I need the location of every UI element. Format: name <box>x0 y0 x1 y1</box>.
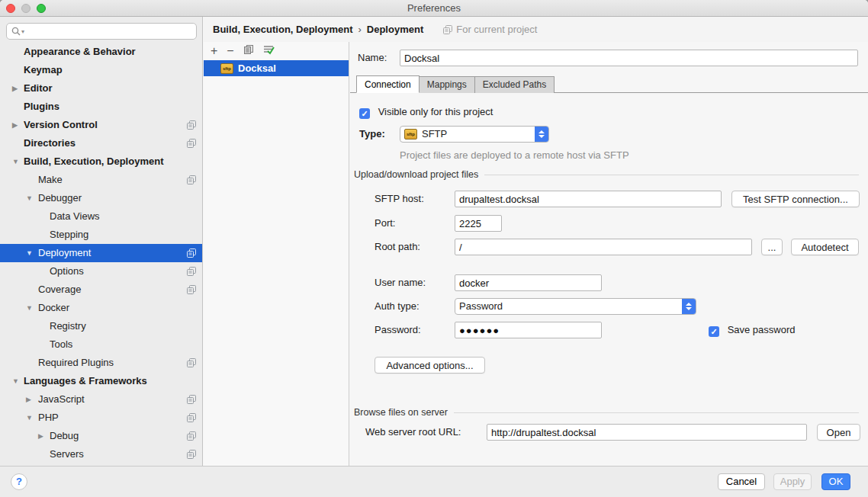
share-to-project-icon <box>187 413 196 422</box>
sftp-host-input[interactable] <box>455 191 722 207</box>
open-url-button[interactable]: Open <box>817 424 860 441</box>
sidebar-item-make[interactable]: Make <box>0 171 202 189</box>
deployment-form: Name: ConnectionMappingsExcluded Paths ✓… <box>350 42 868 466</box>
sidebar-item-debugger[interactable]: ▼Debugger <box>0 189 202 207</box>
sidebar-item-version-control[interactable]: ▶Version Control <box>0 116 202 134</box>
sidebar-item-data-views[interactable]: Data Views <box>0 207 202 226</box>
chevron-down-icon[interactable]: ▼ <box>12 372 19 390</box>
auth-type-label: Auth type: <box>375 298 420 315</box>
breadcrumb-current: Deployment <box>367 24 423 35</box>
sidebar-item-tools[interactable]: Tools <box>0 335 202 354</box>
web-root-label: Web server root URL: <box>365 424 461 441</box>
share-to-project-icon <box>187 248 196 258</box>
cancel-button[interactable]: Cancel <box>718 473 765 490</box>
search-icon <box>11 27 21 36</box>
sidebar-item-docker[interactable]: ▼Docker <box>0 299 202 317</box>
sidebar-item-directories[interactable]: Directories <box>0 134 202 152</box>
server-name-label: Docksal <box>238 63 276 74</box>
sidebar-item-label: Make <box>38 171 63 189</box>
tab-excluded-paths[interactable]: Excluded Paths <box>475 76 555 93</box>
sidebar-item-label: Coverage <box>38 281 81 299</box>
sidebar-item-servers[interactable]: Servers <box>0 445 202 463</box>
sidebar-item-keymap[interactable]: Keymap <box>0 61 202 79</box>
add-server-button[interactable]: + <box>211 43 217 59</box>
save-password-checkbox[interactable]: ✓ <box>709 326 719 337</box>
chevron-down-icon[interactable]: ▼ <box>26 244 33 262</box>
chevron-down-icon[interactable]: ▼ <box>26 299 33 317</box>
remove-server-button[interactable]: − <box>227 43 233 59</box>
visible-only-checkbox-row[interactable]: ✓ Visible only for this project <box>359 104 493 120</box>
browse-root-path-button[interactable]: ... <box>761 239 783 255</box>
sidebar-item-php[interactable]: ▼PHP <box>0 409 202 427</box>
sidebar-item-debug[interactable]: ▶Debug <box>0 427 202 445</box>
search-input[interactable] <box>27 26 191 37</box>
sidebar-item-deployment[interactable]: ▼Deployment <box>0 244 202 262</box>
user-name-input[interactable] <box>455 274 602 291</box>
sidebar-item-options[interactable]: Options <box>0 262 202 281</box>
chevron-right-icon[interactable]: ▶ <box>12 79 18 98</box>
web-root-input[interactable] <box>487 424 807 441</box>
name-label: Name: <box>358 50 387 66</box>
type-select[interactable]: sftp SFTP <box>400 126 549 143</box>
sidebar-item-required-plugins[interactable]: Required Plugins <box>0 354 202 372</box>
chevron-down-icon[interactable]: ▼ <box>26 409 33 427</box>
sftp-host-label: SFTP host: <box>375 191 424 207</box>
sidebar-item-label: Build, Execution, Deployment <box>24 152 163 171</box>
sidebar-item-stepping[interactable]: Stepping <box>0 226 202 244</box>
scope-indicator: For current project <box>443 24 537 35</box>
save-password-checkbox-row[interactable]: ✓ Save password <box>709 322 796 338</box>
breadcrumb-parent[interactable]: Build, Execution, Deployment <box>213 24 352 35</box>
title-bar: Preferences <box>0 0 868 17</box>
port-label: Port: <box>375 215 395 232</box>
sidebar-item-label: Stepping <box>50 226 88 244</box>
chevron-right-icon[interactable]: ▶ <box>26 390 31 409</box>
share-to-project-icon <box>187 175 196 184</box>
preferences-window: Preferences ▾ Appearance & BehaviorKeyma… <box>0 0 868 497</box>
autodetect-button[interactable]: Autodetect <box>791 239 859 255</box>
password-label: Password: <box>375 322 421 338</box>
chevron-right-icon[interactable]: ▶ <box>12 116 18 134</box>
sidebar-item-label: Keymap <box>24 61 63 79</box>
sidebar-item-appearance-behavior[interactable]: Appearance & Behavior <box>0 43 202 61</box>
name-input[interactable] <box>400 50 858 66</box>
use-as-default-button[interactable] <box>263 43 275 59</box>
ok-button[interactable]: OK <box>821 473 850 490</box>
test-sftp-connection-button[interactable]: Test SFTP connection... <box>731 191 860 207</box>
sidebar-item-label: Version Control <box>24 116 98 134</box>
browse-section-title: Browse files on server <box>354 407 448 418</box>
server-list-item-docksal[interactable]: sftpDocksal <box>204 60 349 76</box>
auth-type-select[interactable]: Password <box>455 298 696 315</box>
search-options-caret-icon[interactable]: ▾ <box>21 28 24 35</box>
settings-tree: Appearance & BehaviorKeymap▶EditorPlugin… <box>0 43 202 466</box>
sidebar-item-registry[interactable]: Registry <box>0 317 202 335</box>
type-hint: Project files are deployed to a remote h… <box>400 149 629 161</box>
sidebar-item-label: Appearance & Behavior <box>24 43 136 61</box>
section-divider <box>484 175 859 175</box>
chevron-down-icon[interactable]: ▼ <box>26 189 33 207</box>
sidebar-item-label: Registry <box>50 317 86 335</box>
chevron-right-icon[interactable]: ▶ <box>38 427 43 445</box>
sidebar-item-javascript[interactable]: ▶JavaScript <box>0 390 202 409</box>
sidebar-item-languages-frameworks[interactable]: ▼Languages & Frameworks <box>0 372 202 390</box>
sidebar-item-plugins[interactable]: Plugins <box>0 98 202 116</box>
root-path-input[interactable] <box>455 239 752 255</box>
help-button[interactable]: ? <box>11 473 27 490</box>
sidebar-item-label: Servers <box>50 445 84 463</box>
visible-only-checkbox[interactable]: ✓ <box>359 108 370 119</box>
copy-server-button[interactable] <box>243 43 254 59</box>
sidebar-item-label: Docker <box>38 299 69 317</box>
tab-mappings[interactable]: Mappings <box>420 76 475 93</box>
share-to-project-icon <box>187 358 196 367</box>
port-input[interactable] <box>455 215 502 232</box>
sidebar-item-build-execution-deployment[interactable]: ▼Build, Execution, Deployment <box>0 152 202 171</box>
sidebar-item-label: PHP <box>38 409 59 427</box>
sidebar-item-editor[interactable]: ▶Editor <box>0 79 202 98</box>
advanced-options-button[interactable]: Advanced options... <box>375 357 485 374</box>
settings-search-field[interactable]: ▾ <box>6 23 197 40</box>
breadcrumb-separator: › <box>358 24 361 35</box>
sidebar-item-coverage[interactable]: Coverage <box>0 281 202 299</box>
tab-connection[interactable]: Connection <box>356 75 420 93</box>
chevron-down-icon[interactable]: ▼ <box>12 152 19 171</box>
password-input[interactable] <box>455 322 602 338</box>
sidebar-item-label: Data Views <box>50 207 100 226</box>
